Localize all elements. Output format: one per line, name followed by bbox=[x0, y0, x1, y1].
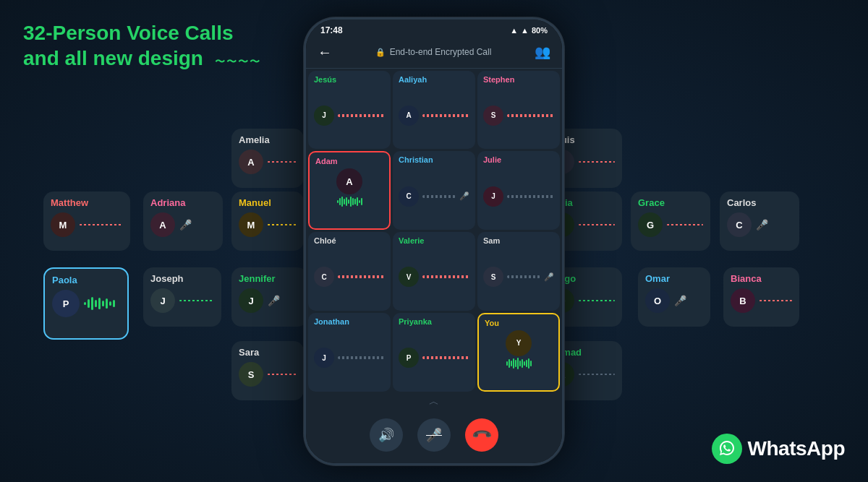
call-tile-you: You Y bbox=[477, 313, 560, 392]
ct-avatar-sam: S bbox=[483, 267, 503, 287]
tile-sara-name: Sara bbox=[239, 347, 259, 358]
status-bar: 17:48 ▲ ▲ 80% bbox=[306, 20, 562, 38]
tile-matthew: Matthew M bbox=[43, 191, 130, 251]
call-controls: 🔊 🎤 📞 bbox=[306, 410, 562, 463]
tile-bianca-name: Bianca bbox=[731, 273, 762, 284]
ct-wave-jonathan bbox=[338, 356, 385, 359]
tile-matthew-name: Matthew bbox=[51, 197, 88, 208]
ct-wave-stephen bbox=[507, 114, 554, 117]
call-tile-jesus: Jesús J bbox=[308, 71, 391, 150]
avatar-paola: P bbox=[52, 290, 80, 317]
waveform-grace bbox=[667, 222, 703, 228]
status-icons: ▲ ▲ 80% bbox=[510, 26, 548, 35]
tile-amelia: Amelia A bbox=[231, 129, 304, 188]
wave-icon: 〜〜〜〜 bbox=[215, 56, 261, 67]
tile-paola-name: Paola bbox=[52, 275, 77, 285]
avatar-joseph: J bbox=[150, 288, 175, 313]
scroll-arrow: ︿ bbox=[429, 395, 439, 408]
ct-avatar-stephen: S bbox=[483, 106, 503, 126]
end-call-button[interactable]: 📞 bbox=[465, 418, 498, 452]
waveform-amelia bbox=[268, 159, 297, 165]
call-tile-julie: Julie J bbox=[477, 151, 560, 230]
lock-icon: 🔒 bbox=[375, 48, 386, 57]
signal-icon: ▲ bbox=[510, 26, 518, 35]
ct-muted-christian: 🎤 bbox=[459, 191, 469, 201]
waveform-manuel bbox=[268, 222, 297, 228]
headline-line2: and all new design 〜〜〜〜 bbox=[23, 46, 261, 71]
waveform-louis bbox=[579, 159, 615, 165]
ct-name-you: You bbox=[485, 319, 553, 327]
ct-wave-valerie bbox=[422, 275, 469, 278]
muted-jennifer: 🎤 bbox=[268, 295, 280, 306]
battery-icon: 80% bbox=[532, 26, 548, 35]
tile-adriana: Adriana A 🎤 bbox=[143, 191, 223, 251]
end-call-icon: 📞 bbox=[470, 423, 493, 446]
mute-icon: 🎤 bbox=[426, 427, 442, 443]
ct-avatar-adam: A bbox=[336, 168, 362, 194]
tile-omar: Omar O 🎤 bbox=[638, 267, 710, 327]
audio-wave-paola bbox=[84, 297, 115, 310]
scroll-indicator: ︿ bbox=[306, 394, 562, 410]
tile-carlos: Carlos C 🎤 bbox=[720, 191, 799, 251]
ct-avatar-valerie: V bbox=[399, 267, 419, 287]
ct-avatar-christian: C bbox=[399, 186, 419, 207]
whatsapp-logo bbox=[712, 434, 742, 464]
tile-amelia-name: Amelia bbox=[239, 134, 270, 145]
audio-wave-you bbox=[506, 358, 532, 369]
ct-name-aaliyah: Aaliyah bbox=[399, 75, 469, 84]
ct-avatar-you: Y bbox=[506, 330, 532, 356]
tile-grace: Grace G bbox=[631, 191, 710, 251]
waveform-joseph bbox=[179, 298, 214, 304]
tile-paola: Paola P bbox=[43, 267, 129, 340]
speaker-button[interactable]: 🔊 bbox=[370, 418, 403, 452]
call-tile-christian: Christian C 🎤 bbox=[393, 151, 475, 230]
ct-wave-sam bbox=[507, 275, 540, 278]
encrypted-label: End-to-end Encrypted Call bbox=[390, 47, 492, 57]
audio-wave-adam bbox=[337, 197, 362, 207]
ct-avatar-aaliyah: A bbox=[399, 106, 419, 126]
ct-avatar-jesus: J bbox=[314, 106, 334, 126]
add-person-button[interactable]: 👥 bbox=[535, 44, 550, 60]
tile-joseph: Joseph J bbox=[143, 267, 221, 327]
muted-carlos: 🎤 bbox=[756, 219, 768, 231]
avatar-amelia: A bbox=[239, 150, 263, 174]
call-tile-jonathan: Jonathan J bbox=[308, 313, 391, 392]
ct-name-chloe: Chloé bbox=[314, 236, 385, 245]
ct-avatar-jonathan: J bbox=[314, 348, 334, 368]
ct-name-christian: Christian bbox=[399, 155, 469, 164]
ct-avatar-julie: J bbox=[483, 186, 503, 207]
avatar-jennifer: J bbox=[239, 288, 263, 313]
phone-mockup: 17:48 ▲ ▲ 80% ← 🔒 End-to-end Encrypted C… bbox=[304, 17, 564, 465]
whatsapp-label: WhatsApp bbox=[748, 437, 845, 460]
ct-wave-julie bbox=[507, 195, 554, 198]
ct-name-jesus: Jesús bbox=[314, 75, 385, 84]
ct-muted-sam: 🎤 bbox=[544, 272, 554, 282]
call-tile-priyanka: Priyanka P bbox=[393, 313, 475, 392]
whatsapp-branding: WhatsApp bbox=[712, 434, 845, 464]
headline: 32-Person Voice Calls and all new design… bbox=[23, 20, 261, 71]
ct-wave-priyanka bbox=[422, 356, 469, 359]
avatar-matthew: M bbox=[51, 212, 75, 237]
ct-name-priyanka: Priyanka bbox=[399, 317, 469, 326]
call-info: 🔒 End-to-end Encrypted Call bbox=[375, 47, 492, 57]
ct-name-stephen: Stephen bbox=[483, 75, 554, 84]
ct-wave-chloe bbox=[338, 275, 385, 278]
waveform-sofia bbox=[579, 222, 615, 228]
ct-name-jonathan: Jonathan bbox=[314, 317, 385, 326]
tile-jennifer-name: Jennifer bbox=[239, 273, 276, 284]
avatar-omar: O bbox=[645, 288, 670, 313]
waveform-sara bbox=[268, 371, 297, 377]
speaker-icon: 🔊 bbox=[378, 427, 394, 443]
time-display: 17:48 bbox=[320, 25, 343, 35]
avatar-manuel: M bbox=[239, 212, 263, 237]
ct-wave-jesus bbox=[338, 114, 385, 117]
back-button[interactable]: ← bbox=[318, 44, 332, 61]
call-tile-chloe: Chloé C bbox=[308, 232, 391, 311]
mute-button[interactable]: 🎤 bbox=[417, 418, 451, 452]
headline-line1: 32-Person Voice Calls bbox=[23, 20, 261, 46]
avatar-adriana: A bbox=[150, 212, 175, 237]
ct-avatar-priyanka: P bbox=[399, 348, 419, 368]
avatar-sara: S bbox=[239, 362, 263, 387]
ct-avatar-chloe: C bbox=[314, 267, 334, 287]
call-header: ← 🔒 End-to-end Encrypted Call 👥 bbox=[306, 38, 562, 69]
